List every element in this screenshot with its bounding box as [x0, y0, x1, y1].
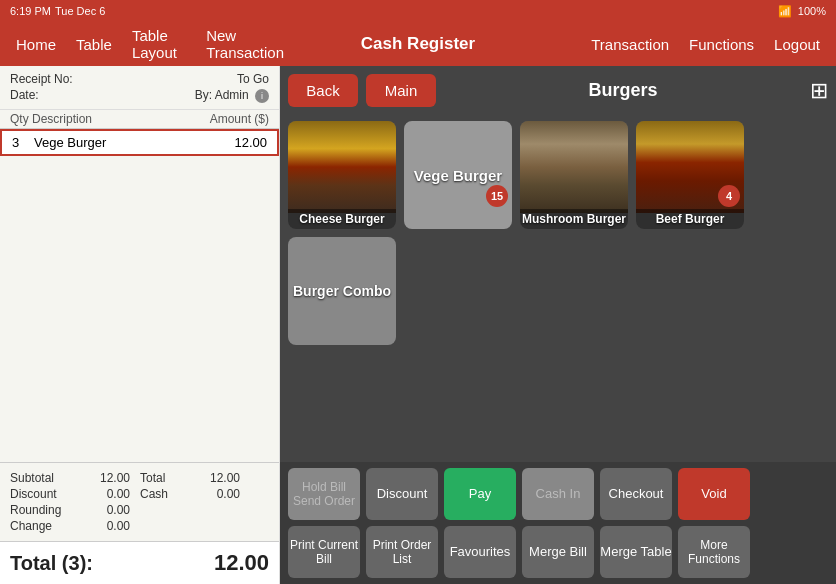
grand-total-bar: Total (3): 12.00	[0, 541, 279, 584]
receipt-item[interactable]: 3 Vege Burger 12.00	[0, 129, 279, 156]
void-button[interactable]: Void	[678, 468, 750, 520]
subtotal-value: 12.00	[80, 471, 130, 485]
menu-item-label: Vege Burger	[404, 164, 512, 187]
item-qty: 3	[12, 135, 34, 150]
to-go-label: To Go	[237, 72, 269, 86]
right-top-bar: Back Main Burgers ⊞	[280, 66, 836, 115]
rounding-value: 0.00	[80, 503, 130, 517]
menu-item-label: Burger Combo	[288, 280, 396, 302]
main-layout: Receipt No: To Go Date: By: Admin i Qty …	[0, 66, 836, 584]
back-button[interactable]: Back	[288, 74, 358, 107]
nav-functions[interactable]: Functions	[689, 36, 754, 53]
left-panel: Receipt No: To Go Date: By: Admin i Qty …	[0, 66, 280, 584]
merge-table-button[interactable]: Merge Table	[600, 526, 672, 578]
total-value: 12.00	[190, 471, 240, 485]
menu-item-badge: 4	[718, 185, 740, 207]
favourites-button[interactable]: Favourites	[444, 526, 516, 578]
receipt-items: 3 Vege Burger 12.00	[0, 129, 279, 462]
col-desc-header: Description	[32, 112, 210, 126]
top-bar-right: 📶 100%	[778, 5, 826, 18]
menu-grid: Cheese Burger Vege Burger 15 Mushroom Bu…	[280, 115, 836, 462]
total-label: Total	[130, 471, 190, 485]
battery-display: 100%	[798, 5, 826, 18]
receipt-col-headers: Qty Description Amount ($)	[0, 110, 279, 129]
col-qty-header: Qty	[10, 112, 32, 126]
change-value: 0.00	[80, 519, 130, 533]
menu-item-burger-combo[interactable]: Burger Combo	[288, 237, 396, 345]
change-label: Change	[10, 519, 80, 533]
top-bar: 6:19 PM Tue Dec 6 📶 100%	[0, 0, 836, 22]
item-price: 12.00	[234, 135, 267, 150]
top-bar-left: 6:19 PM Tue Dec 6	[10, 5, 105, 17]
menu-item-label: Beef Burger	[636, 209, 744, 229]
main-button[interactable]: Main	[366, 74, 436, 107]
discount-label: Discount	[10, 487, 80, 501]
print-order-list-button[interactable]: Print Order List	[366, 526, 438, 578]
menu-item-badge: 15	[486, 185, 508, 207]
category-title: Burgers	[444, 80, 802, 101]
receipt-totals: Subtotal 12.00 Total 12.00 Discount 0.00…	[0, 462, 279, 541]
grand-total-label: Total (3):	[10, 552, 93, 575]
cash-label: Cash	[130, 487, 190, 501]
menu-item-mushroom-burger[interactable]: Mushroom Burger	[520, 121, 628, 229]
discount-value: 0.00	[80, 487, 130, 501]
col-amount-header: Amount ($)	[210, 112, 269, 126]
by-admin-label: By: Admin i	[195, 88, 269, 103]
checkout-button[interactable]: Checkout	[600, 468, 672, 520]
nav-bar-left: Home Table Table Layout New Transaction	[16, 27, 284, 61]
receipt-header: Receipt No: To Go Date: By: Admin i	[0, 66, 279, 110]
barcode-scan-icon[interactable]: ⊞	[810, 78, 828, 104]
nav-new-transaction[interactable]: New Transaction	[206, 27, 284, 61]
nav-transaction[interactable]: Transaction	[591, 36, 669, 53]
menu-item-label: Cheese Burger	[288, 209, 396, 229]
merge-bill-button[interactable]: Merge Bill	[522, 526, 594, 578]
menu-item-vege-burger[interactable]: Vege Burger 15	[404, 121, 512, 229]
receipt-no-label: Receipt No:	[10, 72, 73, 86]
nav-logout[interactable]: Logout	[774, 36, 820, 53]
nav-title: Cash Register	[284, 34, 552, 54]
menu-item-label: Mushroom Burger	[520, 209, 628, 229]
pay-button[interactable]: Pay	[444, 468, 516, 520]
nav-home[interactable]: Home	[16, 36, 56, 53]
date-display: Tue Dec 6	[55, 5, 105, 17]
rounding-label: Rounding	[10, 503, 80, 517]
more-functions-button[interactable]: More Functions	[678, 526, 750, 578]
nav-table-layout[interactable]: Table Layout	[132, 27, 186, 61]
wifi-icon: 📶	[778, 5, 792, 18]
nav-bar-right: Transaction Functions Logout	[552, 36, 820, 53]
admin-badge: i	[255, 89, 269, 103]
bottom-actions: Hold BillSend Order Discount Pay Cash In…	[280, 462, 836, 584]
discount-button[interactable]: Discount	[366, 468, 438, 520]
date-label: Date:	[10, 88, 39, 103]
cash-value: 0.00	[190, 487, 240, 501]
nav-table[interactable]: Table	[76, 36, 112, 53]
menu-item-cheese-burger[interactable]: Cheese Burger	[288, 121, 396, 229]
grand-total-value: 12.00	[214, 550, 269, 576]
menu-item-beef-burger[interactable]: Beef Burger 4	[636, 121, 744, 229]
print-current-bill-button[interactable]: Print Current Bill	[288, 526, 360, 578]
item-desc: Vege Burger	[34, 135, 234, 150]
cash-in-button: Cash In	[522, 468, 594, 520]
hold-bill-button[interactable]: Hold BillSend Order	[288, 468, 360, 520]
time-display: 6:19 PM	[10, 5, 51, 17]
nav-bar: Home Table Table Layout New Transaction …	[0, 22, 836, 66]
right-panel: Back Main Burgers ⊞ Cheese Burger Vege B…	[280, 66, 836, 584]
subtotal-label: Subtotal	[10, 471, 80, 485]
